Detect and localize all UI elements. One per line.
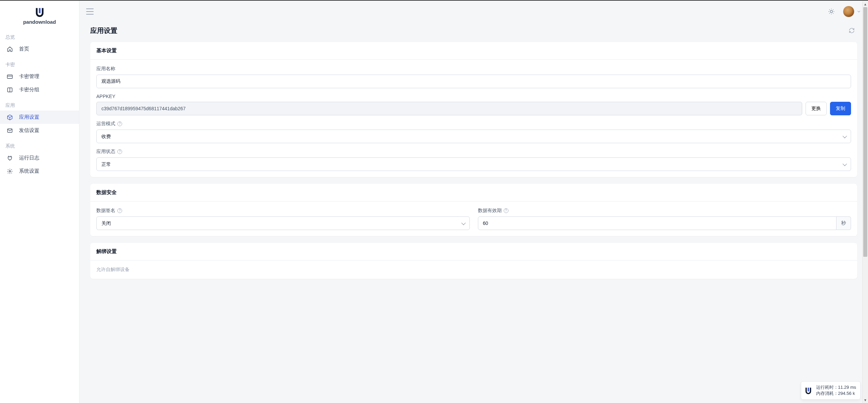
card-data-security: 数据安全 数据签名 ? 关闭 bbox=[90, 184, 857, 236]
sidebar-section-overview: 总览 首页 bbox=[0, 28, 79, 56]
browser-scrollbar[interactable]: ▲ ▼ bbox=[862, 1, 868, 403]
card-basic-settings: 基本设置 应用名称 APPKEY 更换 复制 bbox=[90, 42, 857, 177]
page-title: 应用设置 bbox=[90, 26, 117, 35]
appname-input[interactable] bbox=[96, 75, 851, 88]
box-icon bbox=[7, 114, 13, 120]
sidebar-section-system: 系统 运行日志 系统设置 bbox=[0, 137, 79, 178]
sidebar-section-title: 系统 bbox=[0, 140, 79, 151]
sidebar-item-home[interactable]: 首页 bbox=[0, 42, 79, 56]
sidebar-item-card-manage[interactable]: 卡密管理 bbox=[0, 70, 79, 83]
scroll-track[interactable] bbox=[863, 7, 867, 397]
sidebar-section-title: 应用 bbox=[0, 100, 79, 111]
sun-icon bbox=[828, 8, 835, 15]
scroll-thumb[interactable] bbox=[863, 7, 867, 257]
refresh-button[interactable] bbox=[846, 25, 857, 36]
form-group-sign: 数据签名 ? 关闭 bbox=[96, 208, 470, 230]
status-label: 应用状态 ? bbox=[96, 149, 851, 155]
debug-line-runtime: 运行耗时：11.29 ms bbox=[816, 384, 856, 390]
avatar bbox=[843, 6, 854, 17]
brand-name: pandownload bbox=[23, 19, 56, 25]
debug-panel[interactable]: 运行耗时：11.29 ms 内存消耗：294.56 k bbox=[801, 381, 861, 400]
status-select[interactable]: 正常 bbox=[96, 157, 851, 171]
sign-label: 数据签名 ? bbox=[96, 208, 470, 214]
help-icon[interactable]: ? bbox=[117, 121, 122, 126]
ttl-suffix: 秒 bbox=[836, 216, 851, 230]
theme-toggle-button[interactable] bbox=[825, 5, 837, 18]
home-icon bbox=[7, 46, 13, 52]
card-title: 数据安全 bbox=[90, 184, 857, 202]
ttl-input[interactable] bbox=[478, 216, 837, 230]
form-group-mode: 运营模式 ? 收费 bbox=[96, 121, 851, 143]
sign-select[interactable]: 关闭 bbox=[96, 216, 470, 230]
columns-icon bbox=[7, 87, 13, 93]
brand: pandownload bbox=[0, 1, 79, 28]
appkey-swap-button[interactable]: 更换 bbox=[806, 102, 827, 115]
sidebar-item-label: 发信设置 bbox=[19, 127, 39, 134]
sidebar-item-label: 系统设置 bbox=[19, 168, 39, 174]
help-icon[interactable]: ? bbox=[117, 149, 122, 154]
appkey-copy-button[interactable]: 复制 bbox=[830, 102, 851, 115]
status-label-text: 应用状态 bbox=[96, 149, 115, 155]
svg-point-4 bbox=[830, 11, 833, 13]
sidebar-item-label: 卡密分组 bbox=[19, 87, 39, 93]
form-group-allow-unbind: 允许自解绑设备 bbox=[96, 267, 851, 273]
sidebar: pandownload 总览 首页 卡密 卡密管理 卡密分组 应用 bbox=[0, 1, 79, 403]
sidebar-item-system-settings[interactable]: 系统设置 bbox=[0, 165, 79, 178]
card-title: 基本设置 bbox=[90, 42, 857, 60]
sidebar-item-label: 应用设置 bbox=[19, 114, 39, 120]
form-group-appkey: APPKEY 更换 复制 bbox=[96, 94, 851, 115]
gear-icon bbox=[7, 168, 13, 174]
help-icon[interactable]: ? bbox=[504, 208, 508, 213]
refresh-icon bbox=[849, 27, 855, 34]
ttl-label: 数据有效期 ? bbox=[478, 208, 851, 214]
appname-label: 应用名称 bbox=[96, 66, 851, 72]
appkey-label: APPKEY bbox=[96, 94, 851, 99]
content: 基本设置 应用名称 APPKEY 更换 复制 bbox=[79, 42, 868, 403]
sidebar-item-logs[interactable]: 运行日志 bbox=[0, 151, 79, 165]
mail-icon bbox=[7, 128, 13, 134]
sign-label-text: 数据签名 bbox=[96, 208, 115, 214]
card-unbind-settings: 解绑设置 允许自解绑设备 bbox=[90, 243, 857, 279]
page-header: 应用设置 bbox=[79, 22, 868, 42]
plug-icon bbox=[7, 155, 13, 161]
appkey-input[interactable] bbox=[96, 102, 802, 115]
form-group-appname: 应用名称 bbox=[96, 66, 851, 88]
sidebar-section-app: 应用 应用设置 发信设置 bbox=[0, 96, 79, 137]
sidebar-section-title: 总览 bbox=[0, 32, 79, 42]
help-icon[interactable]: ? bbox=[117, 208, 122, 213]
scroll-up-arrow-icon[interactable]: ▲ bbox=[863, 1, 868, 7]
sidebar-toggle-button[interactable] bbox=[86, 8, 94, 15]
card-title: 解绑设置 bbox=[90, 243, 857, 261]
mode-select[interactable]: 收费 bbox=[96, 130, 851, 143]
allow-unbind-label: 允许自解绑设备 bbox=[96, 267, 851, 273]
sidebar-item-label: 首页 bbox=[19, 46, 29, 52]
sidebar-item-card-group[interactable]: 卡密分组 bbox=[0, 83, 79, 96]
svg-rect-0 bbox=[7, 75, 13, 78]
mode-label: 运营模式 ? bbox=[96, 121, 851, 127]
user-menu[interactable] bbox=[843, 6, 861, 17]
scroll-down-arrow-icon[interactable]: ▼ bbox=[863, 397, 868, 403]
ttl-label-text: 数据有效期 bbox=[478, 208, 502, 214]
chevron-down-icon bbox=[856, 9, 861, 14]
sidebar-item-label: 卡密管理 bbox=[19, 73, 39, 80]
brand-logo-icon bbox=[35, 7, 45, 17]
debug-logo-icon bbox=[804, 386, 813, 395]
sidebar-section-card: 卡密 卡密管理 卡密分组 bbox=[0, 56, 79, 96]
form-group-ttl: 数据有效期 ? 秒 bbox=[478, 208, 851, 230]
credit-card-icon bbox=[7, 74, 13, 80]
main: 应用设置 基本设置 应用名称 APPKEY bbox=[79, 1, 868, 403]
mode-label-text: 运营模式 bbox=[96, 121, 115, 127]
topbar bbox=[79, 1, 868, 22]
sidebar-section-title: 卡密 bbox=[0, 59, 79, 70]
debug-line-memory: 内存消耗：294.56 k bbox=[816, 390, 856, 397]
svg-point-3 bbox=[9, 170, 11, 172]
sidebar-item-mail-settings[interactable]: 发信设置 bbox=[0, 124, 79, 137]
sidebar-item-label: 运行日志 bbox=[19, 155, 39, 161]
form-group-status: 应用状态 ? 正常 bbox=[96, 149, 851, 171]
sidebar-item-app-settings[interactable]: 应用设置 bbox=[0, 111, 79, 124]
